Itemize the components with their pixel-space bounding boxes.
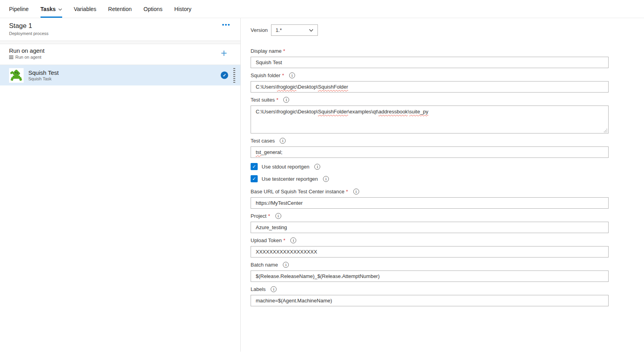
- squish-folder-label: Squish folder *: [251, 72, 609, 78]
- info-icon[interactable]: [323, 176, 329, 182]
- stage-header: Stage 1 Deployment process •••: [0, 18, 240, 41]
- tab-pipeline[interactable]: Pipeline: [9, 0, 29, 18]
- display-name-input[interactable]: [251, 57, 609, 68]
- test-suites-label: Test suites *: [251, 97, 609, 103]
- project-label: Project *: [251, 213, 609, 219]
- stage-menu-ellipsis-icon[interactable]: •••: [222, 21, 231, 28]
- tab-variables-label: Variables: [74, 6, 96, 12]
- task-subtitle: Squish Task: [28, 76, 59, 81]
- batch-name-label: Batch name: [251, 262, 609, 268]
- labels-input[interactable]: [251, 295, 609, 306]
- upload-token-input[interactable]: [251, 246, 609, 258]
- checkbox-row-testcenter-reportgen: Use testcenter reportgen: [251, 175, 609, 182]
- main-split: Stage 1 Deployment process ••• Run on ag…: [0, 18, 644, 352]
- tab-history[interactable]: History: [174, 0, 192, 18]
- tab-retention-label: Retention: [108, 6, 132, 12]
- tab-tasks[interactable]: Tasks: [41, 0, 62, 18]
- version-label: Version: [251, 27, 268, 33]
- panel-gap: [0, 41, 240, 44]
- batch-name-input[interactable]: [251, 270, 609, 282]
- task-drag-handle[interactable]: [233, 68, 235, 83]
- base-url-label: Base URL of Squish Test Center instance …: [251, 189, 609, 195]
- test-suites-textarea[interactable]: C:\Users\froglogic\Desktop\SquishFolder\…: [251, 106, 609, 133]
- info-icon[interactable]: [283, 97, 289, 103]
- base-url-input[interactable]: [251, 197, 609, 209]
- version-value: 1.*: [275, 27, 282, 33]
- task-form: Display name * Squish folder * C:\Users\…: [251, 48, 609, 306]
- field-test-suites: Test suites * C:\Users\froglogic\Desktop…: [251, 97, 609, 133]
- agent-list-icon: [9, 55, 13, 59]
- labels-label: Labels: [251, 286, 609, 292]
- info-icon[interactable]: [290, 237, 296, 243]
- task-item-squish-test[interactable]: Squish Test Squish Task: [0, 65, 240, 85]
- tab-retention[interactable]: Retention: [108, 0, 132, 18]
- info-icon[interactable]: [283, 262, 289, 268]
- tab-variables[interactable]: Variables: [74, 0, 96, 18]
- field-upload-token: Upload Token *: [251, 237, 609, 258]
- tab-tasks-label: Tasks: [41, 6, 56, 12]
- version-dropdown[interactable]: 1.*: [271, 24, 318, 36]
- top-nav: Pipeline Tasks Variables Retention Optio…: [0, 0, 644, 18]
- version-row: Version 1.*: [251, 24, 644, 36]
- info-icon[interactable]: [271, 286, 277, 292]
- chevron-down-icon: [58, 7, 62, 11]
- info-icon[interactable]: [275, 213, 281, 219]
- resize-grip-icon[interactable]: [604, 129, 607, 132]
- field-project: Project *: [251, 213, 609, 233]
- squish-folder-input[interactable]: C:\Users\froglogic\Desktop\SquishFolder: [251, 81, 609, 93]
- task-config-panel: Version 1.* Display name * Squish f: [241, 18, 644, 352]
- info-icon[interactable]: [314, 164, 320, 170]
- checkbox-checked-icon[interactable]: [251, 163, 258, 170]
- tab-pipeline-label: Pipeline: [9, 6, 29, 12]
- field-base-url: Base URL of Squish Test Center instance …: [251, 189, 609, 209]
- required-asterisk: *: [283, 237, 285, 243]
- task-enabled-check-icon: [221, 72, 228, 79]
- stage-title: Stage 1: [9, 22, 231, 30]
- stage-subtitle: Deployment process: [9, 31, 231, 36]
- required-asterisk: *: [283, 48, 285, 54]
- required-asterisk: *: [346, 189, 348, 195]
- checkbox-label: Use testcenter reportgen: [262, 176, 318, 182]
- required-asterisk: *: [268, 213, 270, 219]
- pipeline-panel: Stage 1 Deployment process ••• Run on ag…: [0, 18, 241, 352]
- field-display-name: Display name *: [251, 48, 609, 68]
- agent-phase-subtitle-label: Run on agent: [15, 55, 41, 59]
- project-input[interactable]: [251, 222, 609, 233]
- info-icon[interactable]: [353, 189, 359, 195]
- test-cases-label: Test cases: [251, 138, 609, 144]
- display-name-label: Display name *: [251, 48, 609, 54]
- test-cases-input[interactable]: tst_general;: [251, 146, 609, 158]
- field-test-cases: Test cases tst_general;: [251, 138, 609, 158]
- info-icon[interactable]: [289, 72, 295, 78]
- tab-options-label: Options: [144, 6, 162, 12]
- info-icon[interactable]: [280, 138, 286, 144]
- required-asterisk: *: [276, 97, 278, 103]
- agent-phase-title: Run on agent: [9, 47, 231, 54]
- field-batch-name: Batch name: [251, 262, 609, 282]
- task-text: Squish Test Squish Task: [28, 69, 59, 81]
- chevron-down-icon: [309, 28, 314, 33]
- checkbox-checked-icon[interactable]: [251, 175, 258, 182]
- agent-phase-subtitle: Run on agent: [9, 55, 231, 59]
- tab-history-label: History: [174, 6, 192, 12]
- squish-frog-icon: [9, 68, 24, 83]
- field-labels: Labels: [251, 286, 609, 306]
- task-title: Squish Test: [28, 69, 59, 76]
- upload-token-label: Upload Token *: [251, 237, 609, 243]
- checkbox-row-stdout-reportgen: Use stdout reportgen: [251, 163, 609, 170]
- agent-phase-header[interactable]: Run on agent Run on agent +: [0, 44, 240, 65]
- add-task-button[interactable]: +: [221, 48, 227, 59]
- checkbox-label: Use stdout reportgen: [262, 164, 309, 170]
- tab-options[interactable]: Options: [144, 0, 162, 18]
- field-squish-folder: Squish folder * C:\Users\froglogic\Deskt…: [251, 72, 609, 93]
- required-asterisk: *: [282, 72, 284, 78]
